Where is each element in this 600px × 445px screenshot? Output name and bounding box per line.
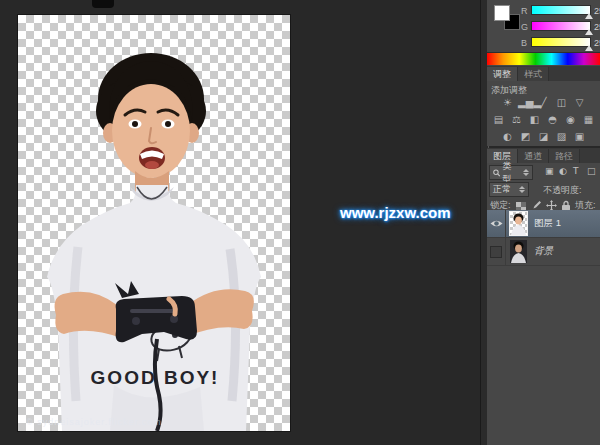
color-spectrum-ramp[interactable] [487, 52, 600, 65]
tab-adjustments[interactable]: 调整 [487, 67, 518, 81]
green-slider-handle[interactable] [585, 29, 593, 35]
red-value: 255 [594, 6, 600, 16]
color-balance-icon[interactable]: ⚖ [509, 113, 524, 126]
window-edge-artifact [92, 0, 114, 8]
blue-value: 255 [594, 38, 600, 48]
eye-icon [490, 219, 503, 228]
gradient-map-icon[interactable]: ▨ [554, 130, 569, 143]
exposure-icon[interactable]: ◫ [554, 96, 569, 109]
filter-adjustment-layers-icon[interactable]: ◐ [559, 166, 567, 176]
blend-mode-dropdown[interactable]: 正常 [489, 182, 529, 197]
chevron-updown-icon [519, 186, 525, 193]
blue-slider[interactable] [531, 37, 591, 47]
blue-slider-handle[interactable] [585, 45, 593, 51]
blue-channel-label: B [521, 38, 527, 48]
layer-row-layer1[interactable]: 图层 1 [487, 210, 600, 238]
photo-filter-icon[interactable]: ◓ [545, 113, 560, 126]
photo-credit-watermark: © sydneisajoker.flicker.com [26, 417, 290, 427]
layer-filter-dropdown[interactable]: 类型 [489, 165, 533, 180]
blend-mode-value: 正常 [493, 183, 511, 196]
adjustments-panel: 调整 样式 添加调整 ☀ ▂▅▂ ╱ ◫ ▽ ▤ ⚖ ◧ ◓ ◉ ▦ ◐ ◩ ◪… [487, 66, 600, 146]
black-white-icon[interactable]: ◧ [527, 113, 542, 126]
eye-hidden-icon [490, 246, 502, 258]
color-lookup-icon[interactable]: ▦ [581, 113, 596, 126]
filter-type-layers-icon[interactable]: T [573, 166, 579, 176]
green-slider[interactable] [531, 21, 591, 31]
cutout-photo: GOOD BOY! [18, 15, 290, 431]
tab-channels[interactable]: 通道 [518, 149, 549, 163]
filter-pixel-layers-icon[interactable]: ▣ [545, 166, 554, 176]
red-channel-label: R [521, 6, 528, 16]
layer-row-background[interactable]: 背景 [487, 238, 600, 266]
vibrance-icon[interactable]: ▽ [572, 96, 587, 109]
channel-mixer-icon[interactable]: ◉ [563, 113, 578, 126]
tab-styles[interactable]: 样式 [518, 67, 549, 81]
tab-paths[interactable]: 路径 [549, 149, 580, 163]
visibility-toggle[interactable] [487, 238, 506, 265]
levels-icon[interactable]: ▂▅▂ [518, 96, 533, 109]
posterize-icon[interactable]: ◩ [518, 130, 533, 143]
brightness-contrast-icon[interactable]: ☀ [500, 96, 515, 109]
invert-icon[interactable]: ◐ [500, 130, 515, 143]
red-slider[interactable] [531, 5, 591, 15]
layers-panel: 图层 通道 路径 类型 ▣ ◐ T □ 正常 不透明度: 锁定: [487, 148, 600, 445]
layer-name[interactable]: 背景 [534, 245, 553, 258]
chevron-updown-icon [523, 169, 529, 176]
visibility-toggle[interactable] [487, 210, 506, 237]
green-value: 255 [594, 22, 600, 32]
red-slider-handle[interactable] [585, 13, 593, 19]
site-watermark: www.rjzxw.com [340, 204, 451, 221]
threshold-icon[interactable]: ◪ [536, 130, 551, 143]
photoshop-window: GOOD BOY! © sydneisajoker.flicker.com ww… [0, 0, 600, 445]
layer-thumbnail[interactable] [510, 212, 527, 235]
opacity-label: 不透明度: [543, 184, 582, 197]
filter-shape-layers-icon[interactable]: □ [587, 166, 596, 176]
shirt-text: GOOD BOY! [91, 367, 220, 388]
search-icon [493, 169, 500, 177]
hue-saturation-icon[interactable]: ▤ [491, 113, 506, 126]
document-canvas[interactable]: GOOD BOY! © sydneisajoker.flicker.com [18, 15, 290, 431]
green-channel-label: G [521, 22, 528, 32]
layer-thumbnail[interactable] [510, 240, 527, 263]
foreground-color-swatch[interactable] [494, 5, 510, 21]
curves-icon[interactable]: ╱ [536, 96, 551, 109]
selective-color-icon[interactable]: ▣ [572, 130, 587, 143]
layer-name[interactable]: 图层 1 [534, 217, 561, 230]
